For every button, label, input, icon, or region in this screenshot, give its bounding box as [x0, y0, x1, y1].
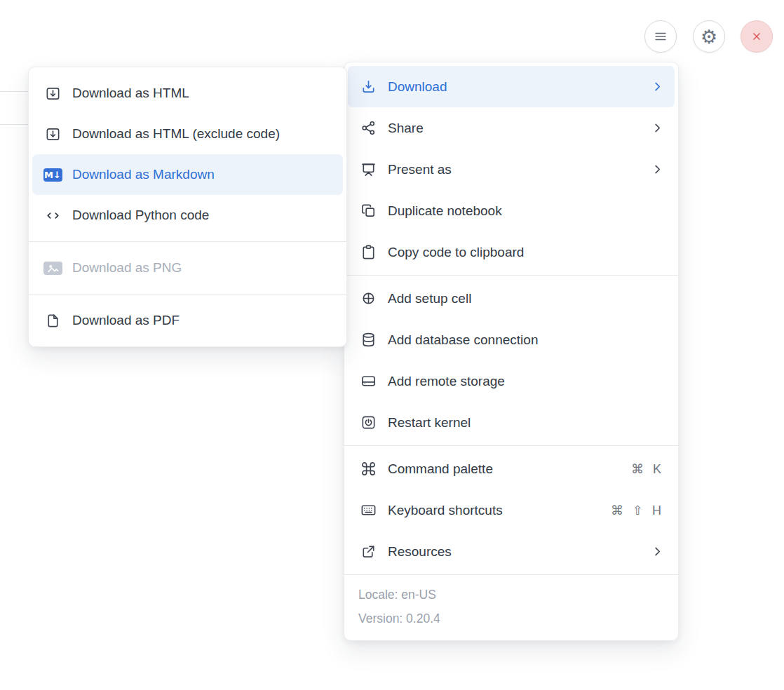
code-icon: [43, 208, 62, 224]
menu-item-add-database-connection[interactable]: Add database connection: [348, 319, 675, 360]
file-icon: [43, 313, 62, 329]
chevron-right-icon: [651, 545, 664, 558]
background-rule: [0, 91, 29, 92]
image-icon: [43, 262, 62, 275]
submenu-item-label: Download as HTML (exclude code): [72, 126, 332, 142]
menu-item-share[interactable]: Share: [348, 107, 675, 149]
settings-button[interactable]: ⚙: [693, 20, 725, 53]
menu-item-label: Duplicate notebook: [388, 203, 664, 219]
chevron-right-icon: [651, 163, 664, 176]
submenu-item-download-as-pdf[interactable]: Download as PDF: [32, 300, 343, 341]
menu-item-label: Add setup cell: [388, 291, 664, 306]
menu-item-label: Restart kernel: [388, 415, 664, 431]
hamburger-menu-button[interactable]: [644, 20, 677, 53]
submenu-item-download-as-markdown[interactable]: M↓ Download as Markdown: [32, 154, 343, 195]
submenu-item-download-as-html-exclude-code[interactable]: Download as HTML (exclude code): [32, 114, 343, 154]
shortcut-hint: ⌘ K: [631, 461, 664, 477]
version-text: Version: 0.20.4: [358, 607, 664, 630]
clipboard-icon: [358, 244, 378, 260]
submenu-item-download-python-code[interactable]: Download Python code: [32, 195, 343, 236]
menu-item-restart-kernel[interactable]: Restart kernel: [348, 402, 675, 443]
menu-item-download[interactable]: Download: [348, 66, 675, 107]
markdown-badge: M↓: [43, 168, 62, 182]
menu-divider: [344, 574, 678, 575]
menu-item-present-as[interactable]: Present as: [348, 149, 675, 190]
chevron-right-icon: [651, 121, 664, 135]
submenu-item-label: Download Python code: [72, 208, 332, 223]
menu-item-resources[interactable]: Resources: [348, 531, 675, 572]
box-download-icon: [43, 86, 62, 102]
download-icon: [358, 79, 378, 95]
close-button[interactable]: [741, 20, 773, 53]
menu-item-duplicate-notebook[interactable]: Duplicate notebook: [348, 190, 675, 231]
duplicate-icon: [358, 203, 378, 219]
submenu-item-label: Download as PDF: [72, 313, 332, 328]
hamburger-icon: [653, 29, 668, 44]
command-icon: [358, 461, 378, 477]
plus-circle-icon: [358, 290, 378, 306]
submenu-item-label: Download as PNG: [72, 260, 332, 276]
menu-item-command-palette[interactable]: Command palette ⌘ K: [348, 448, 675, 489]
gear-icon: ⚙: [701, 27, 717, 46]
submenu-item-label: Download as HTML: [72, 86, 332, 101]
menu-divider: [344, 445, 678, 446]
menu-item-keyboard-shortcuts[interactable]: Keyboard shortcuts ⌘ ⇧ H: [348, 489, 675, 531]
box-download-icon: [43, 126, 62, 142]
menu-item-label: Resources: [388, 544, 651, 560]
menu-item-label: Present as: [388, 162, 651, 177]
submenu-item-label: Download as Markdown: [72, 167, 332, 182]
menu-divider: [344, 275, 678, 276]
menu-item-label: Share: [388, 121, 651, 136]
menu-item-copy-code-to-clipboard[interactable]: Copy code to clipboard: [348, 231, 675, 273]
locale-text: Locale: en-US: [358, 583, 664, 607]
chevron-right-icon: [651, 80, 664, 93]
menu-item-label: Add remote storage: [388, 374, 664, 389]
external-link-icon: [358, 543, 378, 560]
menu-item-label: Copy code to clipboard: [388, 245, 664, 260]
menu-item-label: Add database connection: [388, 332, 664, 348]
background-rule: [0, 124, 29, 125]
database-icon: [358, 332, 378, 348]
menu-footer: Locale: en-US Version: 0.20.4: [344, 577, 678, 637]
close-icon: [750, 29, 764, 43]
submenu-item-download-as-png[interactable]: Download as PNG: [32, 248, 343, 288]
markdown-badge-icon: M↓: [43, 168, 62, 182]
menu-item-label: Download: [388, 79, 651, 95]
presentation-icon: [358, 161, 378, 177]
download-submenu: Download as HTML Download as HTML (exclu…: [28, 67, 347, 347]
menu-item-label: Keyboard shortcuts: [388, 503, 611, 518]
menu-divider: [29, 241, 346, 242]
hard-drive-icon: [358, 373, 378, 389]
menu-item-add-setup-cell[interactable]: Add setup cell: [348, 278, 675, 319]
submenu-item-download-as-html[interactable]: Download as HTML: [32, 73, 343, 114]
menu-item-label: Command palette: [388, 461, 631, 477]
menu-divider: [29, 294, 346, 295]
menu-item-add-remote-storage[interactable]: Add remote storage: [348, 360, 675, 402]
share-icon: [358, 120, 378, 136]
shortcut-hint: ⌘ ⇧ H: [611, 503, 664, 518]
power-icon: [358, 414, 378, 431]
notebook-actions-menu: Download Share Present as Duplicate note…: [344, 62, 679, 641]
keyboard-icon: [358, 502, 378, 518]
